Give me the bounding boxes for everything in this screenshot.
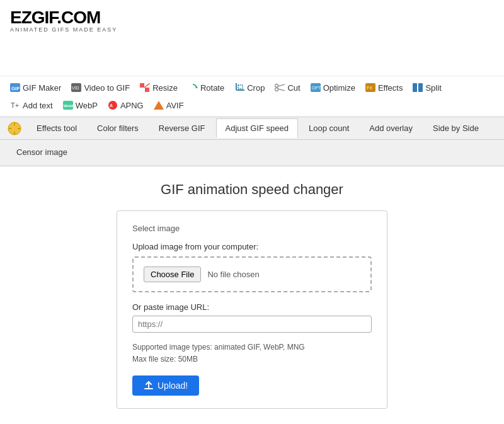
svg-text:OPT: OPT (312, 86, 321, 90)
page-title: GIF animation speed changer (13, 181, 491, 198)
nav-cut[interactable]: Cut (271, 80, 304, 95)
video-icon: VID (71, 83, 81, 93)
tabs-row1: Effects tool Color filters Reverse GIF A… (0, 117, 504, 140)
nav-crop[interactable]: Crop (231, 80, 268, 95)
nav-effects[interactable]: FX Effects (362, 80, 407, 95)
svg-text:VID: VID (72, 86, 79, 90)
upload-icon (144, 381, 154, 391)
webp-icon: WebP (63, 100, 73, 110)
supported-types-text: Supported image types: animated GIF, Web… (132, 341, 372, 365)
svg-text:GIF: GIF (11, 86, 20, 91)
spacer (0, 38, 504, 76)
tab-color-filters[interactable]: Color filters (88, 118, 148, 138)
logo[interactable]: EZGIF.COM (10, 8, 494, 28)
svg-text:A: A (110, 103, 113, 108)
no-file-text: No file chosen (207, 270, 259, 279)
file-input-area: Choose File No file chosen (132, 256, 372, 292)
apng-icon: A (108, 100, 118, 110)
rotate-icon (188, 83, 198, 93)
nav-resize[interactable]: Resize (136, 80, 181, 95)
svg-rect-5 (145, 88, 149, 92)
tab-add-overlay[interactable]: Add overlay (360, 118, 422, 138)
navigation-bar: GIF GIF Maker VID Video to GIF Resize Ro… (0, 76, 504, 117)
crop-icon (234, 83, 244, 93)
upload-label: Upload image from your computer: (132, 242, 372, 251)
svg-text:T+: T+ (11, 101, 19, 109)
effects-tab-icon (3, 118, 26, 139)
nav-video-to-gif[interactable]: VID Video to GIF (67, 80, 134, 95)
tab-effects-tool[interactable]: Effects tool (27, 118, 86, 138)
cut-icon (275, 83, 285, 93)
addtext-icon: T+ (10, 100, 20, 110)
tab-side-by-side[interactable]: Side by Side (423, 118, 488, 138)
tab-loop-count[interactable]: Loop count (299, 118, 358, 138)
svg-marker-26 (154, 101, 164, 110)
nav-gif-maker[interactable]: GIF GIF Maker (6, 80, 65, 95)
resize-icon (140, 83, 150, 93)
nav-webp[interactable]: WebP WebP (59, 98, 101, 113)
tabs-row2: Censor image (0, 140, 504, 166)
gif-icon: GIF (10, 83, 20, 93)
select-image-box: Select image Upload image from your comp… (117, 210, 387, 409)
nav-add-text[interactable]: T+ Add text (6, 98, 57, 113)
svg-line-13 (278, 84, 285, 86)
svg-point-12 (275, 88, 278, 91)
svg-rect-10 (238, 85, 243, 89)
nav-apng[interactable]: A APNG (104, 98, 147, 113)
nav-split[interactable]: Split (409, 80, 445, 95)
url-label: Or paste image URL: (132, 302, 372, 312)
svg-rect-20 (418, 83, 423, 92)
optimize-icon: OPT (311, 83, 321, 93)
logo-subtitle: ANIMATED GIFS MADE EASY (10, 26, 494, 33)
svg-line-6 (144, 83, 150, 88)
tab-adjust-gif-speed[interactable]: Adjust GIF speed (216, 118, 298, 138)
header: EZGIF.COM ANIMATED GIFS MADE EASY (0, 0, 504, 38)
svg-text:WebP: WebP (64, 104, 73, 108)
svg-rect-4 (140, 83, 144, 88)
svg-point-11 (275, 84, 278, 88)
svg-rect-19 (413, 83, 417, 92)
tab-reverse-gif[interactable]: Reverse GIF (149, 118, 215, 138)
avif-icon (154, 100, 164, 110)
svg-line-14 (278, 89, 285, 91)
svg-text:FX: FX (367, 86, 372, 90)
url-input[interactable] (132, 316, 372, 333)
tab-censor-image[interactable]: Censor image (7, 142, 77, 162)
choose-file-button[interactable]: Choose File (144, 266, 201, 282)
select-image-legend: Select image (132, 224, 372, 233)
nav-optimize[interactable]: OPT Optimize (307, 80, 359, 95)
effects-icon: FX (365, 83, 375, 93)
upload-button[interactable]: Upload! (132, 375, 199, 396)
nav-avif[interactable]: AVIF (150, 98, 188, 113)
split-icon (413, 83, 423, 93)
nav-rotate[interactable]: Rotate (184, 80, 228, 95)
main-content: GIF animation speed changer Select image… (0, 166, 504, 424)
